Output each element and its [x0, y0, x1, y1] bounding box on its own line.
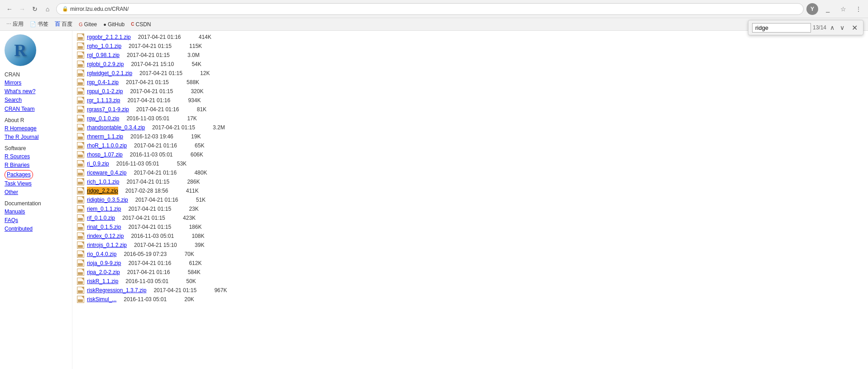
table-row: rgw_0.1.0.zip2016-11-03 05:0117K	[76, 114, 864, 123]
file-link[interactable]: rif_0.1.0.zip	[87, 214, 115, 222]
file-link[interactable]: rglobi_0.2.9.zip	[87, 60, 124, 68]
bookmark-notes[interactable]: 📄 书签	[27, 19, 51, 29]
file-date: 2017-04-21 01:15	[127, 51, 186, 59]
table-row: rinat_0.1.5.zip2017-04-21 01:15186K	[76, 222, 864, 232]
file-size: 51K	[196, 196, 219, 204]
file-date: 2016-11-03 05:01	[125, 277, 184, 285]
file-table: rggobr_2.1.2.1.zip2017-04-21 01:16414Krg…	[76, 33, 864, 304]
file-link[interactable]: rglwidget_0.2.1.zip	[87, 69, 132, 77]
file-link[interactable]: riskRegression_1.3.7.zip	[87, 286, 146, 294]
file-link[interactable]: ridge_2.2.zip	[87, 187, 118, 195]
bookmark-github[interactable]: ● GitHub	[101, 20, 127, 28]
file-link[interactable]: rgpui_0.1-2.zip	[87, 87, 123, 95]
file-link[interactable]: rich_1.0.1.zip	[87, 178, 119, 186]
file-date: 2017-04-21 01:15	[152, 123, 211, 132]
file-size: 81K	[197, 105, 220, 114]
sidebar-item-manuals[interactable]: Manuals	[5, 208, 67, 216]
file-icon	[76, 97, 85, 104]
file-link[interactable]: rhnerm_1.1.zip	[87, 132, 123, 141]
find-next-button[interactable]: ∨	[838, 23, 846, 32]
sidebar-item-cranteam[interactable]: CRAN Team	[5, 105, 67, 114]
file-date: 2017-04-21 01:15	[128, 205, 187, 213]
file-date: 2017-04-21 01:16	[134, 169, 192, 177]
file-link[interactable]: rindex_0.12.zip	[87, 232, 124, 240]
find-input[interactable]	[752, 23, 811, 33]
file-link[interactable]: rio_0.4.0.zip	[87, 250, 116, 258]
table-row: rindex_0.12.zip2016-11-03 05:01108K	[76, 232, 864, 241]
file-link[interactable]: rgho_1.0.1.zip	[87, 42, 121, 50]
file-link[interactable]: riskSimul_...	[87, 295, 116, 303]
file-link[interactable]: ridigbio_0.3.5.zip	[87, 196, 128, 204]
file-link[interactable]: rgrass7_0.1-9.zip	[87, 105, 129, 114]
sidebar-item-rjournal[interactable]: The R Journal	[5, 133, 67, 142]
file-link[interactable]: riskR_1.1.zip	[87, 277, 118, 285]
sidebar-item-rhomepage[interactable]: R Homepage	[5, 124, 67, 133]
file-link[interactable]: rgl_0.98.1.zip	[87, 51, 120, 59]
file-size: 17K	[187, 114, 210, 123]
table-row: rgr_1.1.13.zip2017-04-21 01:16934K	[76, 96, 864, 105]
file-link[interactable]: riem_0.1.1.zip	[87, 205, 121, 213]
sidebar-item-contributed[interactable]: Contributed	[5, 225, 67, 233]
file-size: 414K	[199, 33, 221, 41]
sidebar-item-faqs[interactable]: FAQs	[5, 216, 67, 225]
bookmark-baidu[interactable]: 百 百度	[52, 19, 75, 29]
reload-button[interactable]: ↻	[29, 3, 41, 15]
sidebar-item-taskviews[interactable]: Task Views	[5, 180, 67, 188]
file-date: 2017-02-28 18:56	[125, 187, 184, 195]
file-date: 2017-04-21 01:15	[130, 87, 189, 95]
file-date: 2017-04-21 01:16	[134, 142, 193, 150]
browser-icons: Y ⎯ ☆ ⋮	[806, 3, 864, 15]
bookmark-gitee-label: Gitee	[84, 21, 97, 28]
sidebar-item-rsources[interactable]: R Sources	[5, 152, 67, 161]
file-icon	[76, 124, 85, 131]
bookmark-gitee[interactable]: G Gitee	[76, 20, 100, 28]
file-link[interactable]: rggobr_2.1.2.1.zip	[87, 33, 131, 41]
back-button[interactable]: ←	[4, 3, 15, 15]
apps-icon: ⋯	[6, 21, 11, 27]
sidebar-item-packages[interactable]: Packages	[5, 170, 33, 180]
file-listing: rggobr_2.1.2.1.zip2017-04-21 01:16414Krg…	[72, 31, 868, 369]
sidebar-item-mirrors[interactable]: Mirrors	[5, 79, 67, 87]
file-link[interactable]: rinat_0.1.5.zip	[87, 223, 121, 231]
file-link[interactable]: riceware_0.4.zip	[87, 169, 126, 177]
file-link[interactable]: rhandsontable_0.3.4.zip	[87, 123, 145, 132]
bookmark-csdn[interactable]: C CSDN	[128, 20, 153, 28]
file-link[interactable]: rhosp_1.07.zip	[87, 151, 123, 159]
file-icon	[76, 151, 85, 158]
file-link[interactable]: ri_0.9.zip	[87, 160, 109, 168]
file-size: 19K	[191, 132, 214, 141]
file-size: 320K	[191, 87, 213, 95]
bookmark-button[interactable]: ☆	[837, 3, 849, 15]
sidebar-item-rbinaries[interactable]: R Binaries	[5, 161, 67, 170]
file-date: 2016-05-19 07:23	[124, 250, 182, 258]
file-icon	[76, 52, 85, 59]
sidebar-item-search[interactable]: Search	[5, 96, 67, 104]
file-icon	[76, 142, 85, 149]
home-button[interactable]: ⌂	[42, 3, 53, 15]
sidebar-item-other[interactable]: Other	[5, 188, 67, 197]
file-date: 2017-04-21 01:16	[138, 33, 197, 41]
file-link[interactable]: rgp_0.4-1.zip	[87, 78, 119, 86]
file-icon	[76, 88, 85, 95]
file-link[interactable]: rgr_1.1.13.zip	[87, 96, 120, 104]
file-link[interactable]: rintrojs_0.1.2.zip	[87, 241, 127, 249]
table-row: rhoR_1.1.0.0.zip2017-04-21 01:1665K	[76, 141, 864, 150]
file-link[interactable]: rhoR_1.1.0.0.zip	[87, 142, 127, 150]
file-link[interactable]: rioja_0.9-9.zip	[87, 259, 121, 267]
cran-section-label: CRAN	[5, 71, 67, 78]
sidebar-item-whatsnew[interactable]: What's new?	[5, 87, 67, 96]
file-link[interactable]: rgw_0.1.0.zip	[87, 114, 119, 123]
file-size: 3.0M	[187, 51, 210, 59]
table-row: rhandsontable_0.3.4.zip2017-04-21 01:153…	[76, 123, 864, 132]
file-date: 2017-04-21 01:15	[122, 214, 181, 222]
address-bar[interactable]: 🔒 mirror.lzu.edu.cn/CRAN/	[56, 3, 804, 15]
find-close-button[interactable]: ✕	[850, 23, 859, 33]
bookmark-apps[interactable]: ⋯ 应用	[4, 19, 26, 29]
settings-button[interactable]: ⋮	[853, 3, 864, 15]
extensions-button[interactable]: ⎯	[822, 3, 834, 15]
find-prev-button[interactable]: ∧	[828, 23, 836, 32]
file-icon	[76, 223, 85, 231]
forward-button[interactable]: →	[16, 3, 28, 15]
table-row: rintrojs_0.1.2.zip2017-04-21 15:1039K	[76, 241, 864, 250]
file-link[interactable]: ripa_2.0-2.zip	[87, 268, 120, 276]
